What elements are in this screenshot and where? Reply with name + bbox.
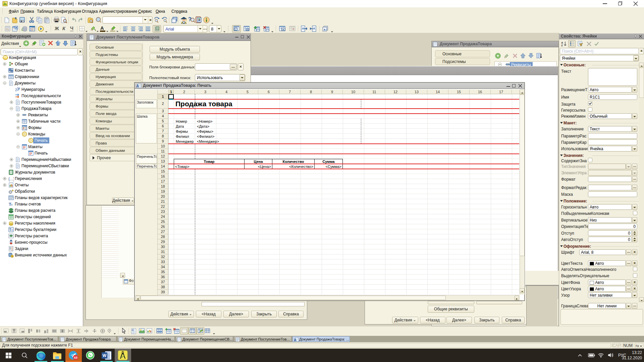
svg-text:4: 4: [18, 87, 20, 90]
svg-text:Z: Z: [561, 44, 563, 47]
svg-text:А: А: [136, 84, 139, 88]
svg-text:A: A: [302, 27, 304, 30]
svg-text:НАН: НАН: [157, 330, 162, 333]
svg-text:W: W: [103, 353, 107, 358]
svg-text:А: А: [294, 338, 297, 342]
svg-text:A:: A:: [282, 28, 285, 31]
svg-text:43: 43: [74, 356, 77, 359]
svg-text:{...}: {...}: [8, 177, 14, 181]
svg-text:т: т: [11, 203, 13, 206]
svg-text:A: A: [313, 27, 315, 30]
svg-text:Т: Т: [9, 228, 11, 232]
svg-text:A:: A:: [324, 28, 326, 31]
svg-text:A:: A:: [132, 329, 134, 331]
svg-text:т: т: [11, 229, 13, 232]
